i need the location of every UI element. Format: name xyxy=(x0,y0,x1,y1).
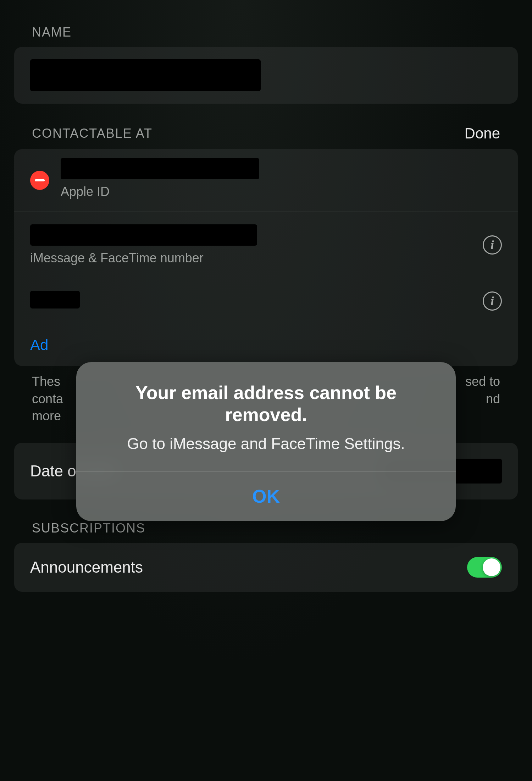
appleid-email-redacted xyxy=(61,158,259,179)
contact-row-extra[interactable]: i xyxy=(14,278,518,324)
name-section-header: NAME xyxy=(14,14,518,47)
appleid-sublabel: Apple ID xyxy=(61,184,502,199)
add-link[interactable]: Ad xyxy=(30,337,48,354)
announcements-toggle[interactable] xyxy=(467,557,502,578)
delete-minus-icon[interactable] xyxy=(30,171,49,190)
contactable-header-text: CONTACTABLE AT xyxy=(32,126,153,141)
add-contact-row[interactable]: Ad xyxy=(14,324,518,366)
subscriptions-card: Announcements xyxy=(14,543,518,592)
contact-row-phone[interactable]: iMessage & FaceTime number i xyxy=(14,212,518,278)
contactable-footer: Thes conta more sed to nd xyxy=(14,366,518,443)
contactable-card: Apple ID iMessage & FaceTime number i i … xyxy=(14,149,518,366)
settings-screen: NAME CONTACTABLE AT Done Apple ID iMessa… xyxy=(0,0,532,781)
phone-redacted xyxy=(30,224,257,246)
dob-label: Date of birth xyxy=(30,462,115,480)
name-header-text: NAME xyxy=(32,25,72,40)
contact-row-content: Apple ID xyxy=(61,162,502,199)
svg-rect-0 xyxy=(35,179,45,181)
dob-row[interactable]: Date of birth xyxy=(14,443,518,499)
announcements-label: Announcements xyxy=(30,558,143,576)
footer-left: Thes conta more xyxy=(32,373,63,425)
announcements-row[interactable]: Announcements xyxy=(14,543,518,592)
name-card[interactable] xyxy=(14,47,518,104)
extra-redacted xyxy=(30,291,80,308)
subscriptions-header: SUBSCRIPTIONS xyxy=(14,510,518,543)
name-row[interactable] xyxy=(14,47,518,104)
dob-value-redacted xyxy=(381,459,502,484)
subscriptions-header-text: SUBSCRIPTIONS xyxy=(32,521,145,536)
footer-right: sed to nd xyxy=(465,373,500,425)
done-button[interactable]: Done xyxy=(465,125,500,142)
contact-row-appleid[interactable]: Apple ID xyxy=(14,149,518,212)
phone-sublabel: iMessage & FaceTime number xyxy=(30,251,483,266)
dob-card[interactable]: Date of birth xyxy=(14,443,518,499)
info-icon[interactable]: i xyxy=(483,235,502,255)
contact-row-content xyxy=(30,291,483,311)
info-icon[interactable]: i xyxy=(483,291,502,311)
contactable-section-header: CONTACTABLE AT Done xyxy=(14,114,518,149)
name-value-redacted xyxy=(30,59,261,91)
contact-row-content: iMessage & FaceTime number xyxy=(30,224,483,266)
